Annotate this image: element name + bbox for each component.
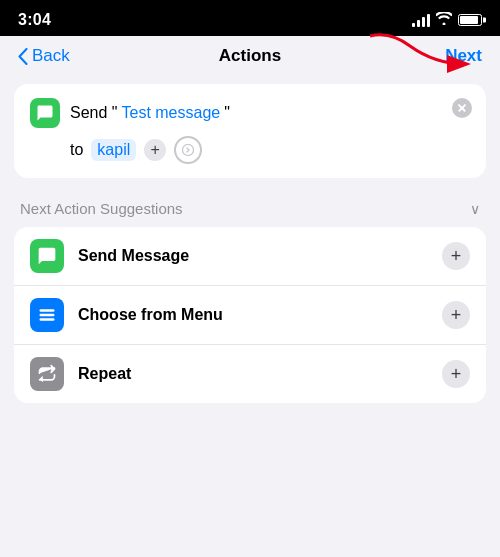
status-bar: 3:04: [0, 0, 500, 36]
svg-rect-4: [40, 318, 55, 321]
signal-icon: [412, 13, 430, 27]
repeat-label: Repeat: [78, 365, 428, 383]
section-title: Next Action Suggestions: [20, 200, 183, 217]
send-message-label: Send Message: [78, 247, 428, 265]
action-send-text: Send " Test message ": [70, 104, 230, 122]
next-button[interactable]: Next: [445, 46, 482, 66]
battery-icon: [458, 14, 482, 26]
back-button[interactable]: Back: [18, 46, 70, 66]
wifi-icon: [436, 12, 452, 28]
add-repeat-button[interactable]: +: [442, 360, 470, 388]
repeat-suggestion-icon: [30, 357, 64, 391]
choose-menu-label: Choose from Menu: [78, 306, 428, 324]
send-message-suggestion-icon: [30, 239, 64, 273]
send-suffix: ": [224, 104, 230, 122]
list-item[interactable]: Choose from Menu +: [14, 286, 486, 345]
list-item[interactable]: Repeat +: [14, 345, 486, 403]
add-recipient-button[interactable]: +: [144, 139, 166, 161]
section-header: Next Action Suggestions ∨: [14, 200, 486, 217]
details-arrow-button[interactable]: [174, 136, 202, 164]
svg-rect-3: [40, 314, 55, 317]
list-item[interactable]: Send Message +: [14, 227, 486, 286]
add-send-message-button[interactable]: +: [442, 242, 470, 270]
recipient-chip[interactable]: kapil: [91, 139, 136, 161]
action-row-send: Send " Test message ": [30, 98, 470, 128]
svg-point-1: [183, 145, 194, 156]
add-choose-menu-button[interactable]: +: [442, 301, 470, 329]
page-title: Actions: [219, 46, 281, 66]
close-button[interactable]: [452, 98, 472, 118]
to-label: to: [70, 141, 83, 159]
send-highlight[interactable]: Test message: [122, 104, 221, 122]
content-area: Send " Test message " to kapil + Next Ac…: [0, 76, 500, 411]
svg-rect-2: [40, 309, 55, 312]
nav-bar: Back Actions Next: [0, 36, 500, 76]
send-message-icon: [30, 98, 60, 128]
status-icons: [412, 12, 482, 28]
chevron-down-icon[interactable]: ∨: [470, 201, 480, 217]
suggestion-list: Send Message + Choose from Menu +: [14, 227, 486, 403]
action-row-recipient: to kapil +: [70, 136, 470, 164]
send-prefix: Send ": [70, 104, 118, 122]
status-time: 3:04: [18, 11, 51, 29]
choose-menu-suggestion-icon: [30, 298, 64, 332]
back-label: Back: [32, 46, 70, 66]
action-card: Send " Test message " to kapil +: [14, 84, 486, 178]
